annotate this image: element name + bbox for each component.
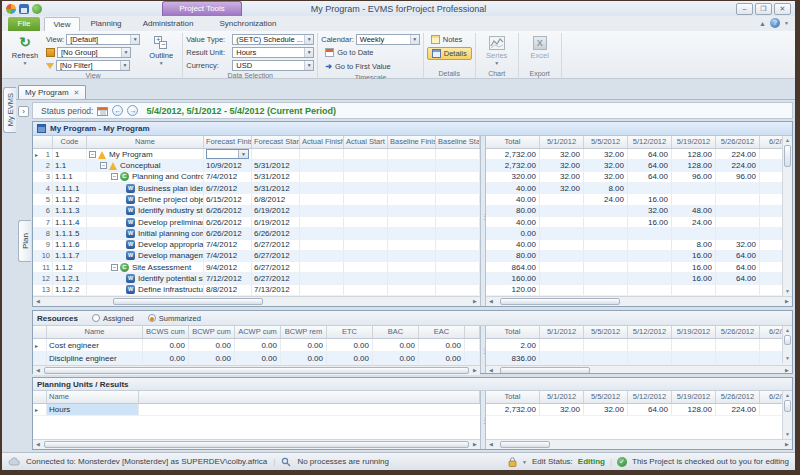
period-cell[interactable]: [540, 228, 584, 238]
column-header[interactable]: Forecast Start: [252, 136, 300, 148]
forecast-finish-cell[interactable]: 6/26/2012: [204, 217, 252, 227]
total-cell[interactable]: 2,732.00: [486, 404, 540, 415]
task-values-row[interactable]: 160.00 16.00 64.00 64: [486, 273, 792, 284]
total-cell[interactable]: 836.00: [486, 352, 540, 364]
total-cell[interactable]: 80.00: [486, 251, 540, 261]
task-row[interactable]: 12 1.1.2.1 − Identify potential sites: [33, 273, 480, 284]
forecast-finish-editor[interactable]: ▼: [206, 149, 249, 159]
actual-start-cell[interactable]: [344, 262, 388, 272]
forecast-finish-cell[interactable]: 10/9/2012: [204, 160, 252, 170]
next-period-button[interactable]: →: [127, 105, 138, 116]
column-header[interactable]: Name: [87, 136, 204, 148]
forecast-finish-cell[interactable]: 6/26/2012: [204, 228, 252, 238]
period-cell[interactable]: [584, 206, 628, 216]
actual-finish-cell[interactable]: [300, 217, 344, 227]
planning-left-hscrollbar[interactable]: ◀ ▶: [33, 439, 480, 449]
name-cell[interactable]: − Define infrastructure require...: [87, 285, 204, 295]
baseline-start-cell[interactable]: [436, 183, 480, 193]
baseline-finish-cell[interactable]: [388, 149, 436, 159]
scroll-thumb[interactable]: [44, 367, 469, 374]
period-cell[interactable]: 64.00: [628, 149, 672, 159]
period-cell[interactable]: [540, 339, 584, 351]
period-cell[interactable]: 96.00: [716, 172, 760, 182]
scroll-left-icon[interactable]: ◀: [33, 297, 43, 306]
forecast-finish-cell[interactable]: ▼: [204, 149, 252, 159]
task-values-row[interactable]: 40.00 32.00 8.00: [486, 183, 792, 194]
forecast-start-cell[interactable]: 6/26/2012: [252, 228, 300, 238]
period-cell[interactable]: 32.00: [584, 160, 628, 170]
total-cell[interactable]: 40.00: [486, 240, 540, 250]
task-values-row[interactable]: 2,732.00 32.00 32.00 64.00 128.00 224.00…: [486, 149, 792, 160]
code-cell[interactable]: 1: [53, 149, 87, 159]
time-column-header[interactable]: 5/26/2012: [716, 136, 760, 148]
period-cell[interactable]: 32.00: [716, 240, 760, 250]
details-button[interactable]: Details: [427, 47, 472, 60]
column-header[interactable]: Code: [53, 136, 87, 148]
main-right-hscrollbar[interactable]: ◀ ▶: [486, 296, 792, 306]
actual-finish-cell[interactable]: [300, 194, 344, 204]
period-cell[interactable]: 64.00: [716, 251, 760, 261]
period-cell[interactable]: 224.00: [716, 149, 760, 159]
scroll-right-icon[interactable]: ▶: [470, 297, 480, 306]
resource-row[interactable]: Discipline engineer 0.00 0.00 0.00 0.00 …: [33, 352, 480, 365]
period-cell[interactable]: [716, 352, 760, 364]
dropdown-icon[interactable]: ▼: [238, 150, 248, 158]
bcwp-cell[interactable]: 0.00: [189, 352, 235, 364]
actual-finish-cell[interactable]: [300, 285, 344, 295]
task-values-row[interactable]: 2,732.00 32.00 32.00 64.00 128.00 224.00…: [486, 160, 792, 171]
baseline-finish-cell[interactable]: [388, 273, 436, 283]
actual-start-cell[interactable]: [344, 273, 388, 283]
resource-values-row[interactable]: 836.00 32: [486, 352, 792, 365]
filter-select[interactable]: [No Filter]▼: [56, 60, 130, 71]
period-cell[interactable]: [628, 352, 672, 364]
forecast-start-cell[interactable]: 5/31/2012: [252, 172, 300, 182]
actual-start-cell[interactable]: [344, 240, 388, 250]
code-cell[interactable]: 1.1.1.6: [53, 240, 87, 250]
total-cell[interactable]: 160.00: [486, 273, 540, 283]
actual-start-cell[interactable]: [344, 206, 388, 216]
time-column-header[interactable]: Total: [486, 326, 540, 338]
view-select[interactable]: [Default]▼: [66, 34, 140, 45]
task-row[interactable]: 9 1.1.1.6 − Develop appropriation strate…: [33, 240, 480, 251]
time-column-header[interactable]: Total: [486, 136, 540, 148]
my-evms-tab[interactable]: My EVMS: [3, 87, 16, 133]
period-cell[interactable]: [628, 240, 672, 250]
time-column-header[interactable]: 5/1/2012: [540, 136, 584, 148]
column-header[interactable]: ACWP cum: [235, 326, 281, 338]
resources-vscrollbar[interactable]: ▲ ▼: [782, 326, 792, 363]
bcwp-rem-cell[interactable]: 0.00: [281, 339, 327, 351]
scroll-thumb[interactable]: [784, 335, 791, 345]
lock-dropdown-icon[interactable]: ▼: [522, 459, 527, 465]
scroll-thumb[interactable]: [500, 367, 590, 373]
period-cell[interactable]: 24.00: [672, 217, 716, 227]
calendar-select[interactable]: Weekly▼: [356, 34, 420, 45]
summarized-radio[interactable]: Summarized: [148, 314, 201, 323]
scroll-up-icon[interactable]: ▲: [783, 391, 793, 400]
actual-start-cell[interactable]: [344, 285, 388, 295]
actual-finish-cell[interactable]: [300, 262, 344, 272]
forecast-finish-cell[interactable]: 7/4/2012: [204, 172, 252, 182]
period-cell[interactable]: [540, 206, 584, 216]
actual-start-cell[interactable]: [344, 183, 388, 193]
help-icon[interactable]: ?: [770, 18, 780, 28]
period-cell[interactable]: [672, 194, 716, 204]
actual-finish-cell[interactable]: [300, 240, 344, 250]
period-cell[interactable]: 32.00: [540, 149, 584, 159]
period-cell[interactable]: 32.00: [628, 206, 672, 216]
column-header[interactable]: ETC: [327, 326, 373, 338]
period-cell[interactable]: 48.00: [672, 206, 716, 216]
actual-finish-cell[interactable]: [300, 251, 344, 261]
period-cell[interactable]: 32.00: [584, 172, 628, 182]
baseline-finish-cell[interactable]: [388, 183, 436, 193]
code-cell[interactable]: 1.1.1: [53, 172, 87, 182]
forecast-start-cell[interactable]: [252, 149, 300, 159]
period-cell[interactable]: 16.00: [672, 262, 716, 272]
period-cell[interactable]: 224.00: [716, 160, 760, 170]
baseline-finish-cell[interactable]: [388, 251, 436, 261]
scroll-down-icon[interactable]: ▼: [783, 354, 793, 363]
code-cell[interactable]: 1.1.1.7: [53, 251, 87, 261]
help-dropdown-icon[interactable]: ▼: [784, 20, 789, 26]
name-cell[interactable]: − Business plan identifying proj...: [87, 183, 204, 193]
column-header[interactable]: Name: [47, 391, 139, 403]
task-row[interactable]: 11 1.1.2 − Site Assessment: [33, 262, 480, 273]
